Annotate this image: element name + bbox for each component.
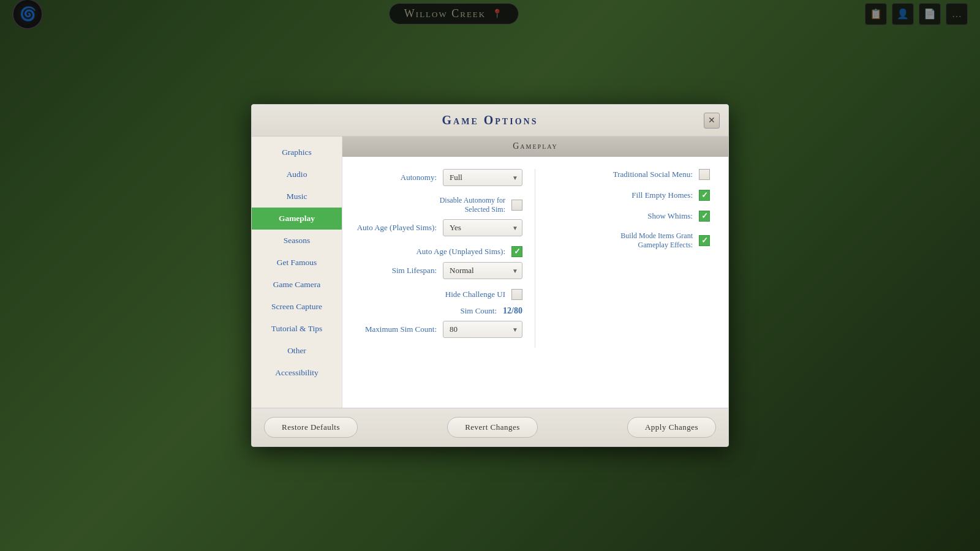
show-whims-label: Show Whims: (647, 211, 693, 221)
sim-lifespan-label: Sim Lifespan: (392, 266, 437, 276)
revert-changes-button[interactable]: Revert Changes (447, 417, 538, 438)
sidebar-item-game-camera[interactable]: Game Camera (252, 274, 342, 296)
sim-count-value: 12/80 (503, 306, 522, 316)
sidebar-item-screen-capture[interactable]: Screen Capture (252, 296, 342, 318)
hide-challenge-row: Hide Challenge UI (361, 289, 522, 300)
sidebar-item-audio[interactable]: Audio (252, 163, 342, 186)
sidebar-item-accessibility[interactable]: Accessibility (252, 362, 342, 384)
show-whims-row: Show Whims: (548, 211, 710, 222)
disable-autonomy-row: Disable Autonomy for Selected Sim: (361, 196, 522, 214)
dialog-title-bar: Game Options ✕ (252, 105, 728, 137)
autonomy-dropdown-arrow: ▼ (512, 174, 518, 181)
settings-right: Traditional Social Menu: Fill Empty Home… (535, 169, 710, 348)
content-area: Autonomy: Full ▼ Disable Autonomy for Se… (342, 157, 728, 408)
sim-lifespan-dropdown[interactable]: Normal ▼ (443, 262, 522, 279)
max-sim-count-label: Maximum Sim Count: (365, 324, 437, 334)
autonomy-value: Full (450, 173, 462, 182)
section-header: Gameplay (342, 137, 728, 157)
close-button[interactable]: ✕ (704, 113, 720, 129)
traditional-social-checkbox[interactable] (699, 169, 710, 180)
sim-count-row: Sim Count: 12/80 (361, 306, 522, 316)
hide-challenge-checkbox[interactable] (511, 289, 522, 300)
autonomy-dropdown[interactable]: Full ▼ (443, 169, 522, 186)
dialog-body: Graphics Audio Music Gameplay Seasons Ge… (252, 137, 728, 408)
auto-age-played-arrow: ▼ (512, 225, 518, 231)
game-options-dialog: Game Options ✕ Graphics Audio Music Game… (251, 104, 729, 447)
autonomy-label: Autonomy: (401, 173, 437, 182)
max-sim-count-row: Maximum Sim Count: 80 ▼ (361, 321, 522, 338)
show-whims-checkbox[interactable] (699, 211, 710, 222)
sidebar: Graphics Audio Music Gameplay Seasons Ge… (252, 137, 342, 408)
max-sim-count-dropdown[interactable]: 80 ▼ (443, 321, 522, 338)
auto-age-played-value: Yes (450, 223, 461, 233)
apply-changes-button[interactable]: Apply Changes (627, 417, 716, 438)
sim-lifespan-value: Normal (450, 266, 474, 276)
restore-defaults-button[interactable]: Restore Defaults (264, 417, 358, 438)
fill-empty-homes-row: Fill Empty Homes: (548, 190, 710, 201)
sidebar-item-graphics[interactable]: Graphics (252, 141, 342, 163)
settings-grid: Autonomy: Full ▼ Disable Autonomy for Se… (361, 169, 710, 348)
sidebar-item-gameplay[interactable]: Gameplay (252, 208, 342, 230)
sim-lifespan-row: Sim Lifespan: Normal ▼ (361, 262, 522, 279)
auto-age-unplayed-label: Auto Age (Unplayed Sims): (416, 247, 505, 257)
disable-autonomy-label: Disable Autonomy for Selected Sim: (420, 196, 505, 214)
auto-age-played-row: Auto Age (Played Sims): Yes ▼ (361, 219, 522, 236)
auto-age-played-dropdown[interactable]: Yes ▼ (443, 219, 522, 236)
traditional-social-label: Traditional Social Menu: (613, 170, 693, 179)
dialog-footer: Restore Defaults Revert Changes Apply Ch… (252, 408, 728, 446)
build-mode-label: Build Mode Items Grant Gameplay Effects: (595, 231, 693, 250)
auto-age-unplayed-checkbox[interactable] (511, 246, 522, 257)
main-content: Gameplay Autonomy: Full ▼ (342, 137, 728, 408)
max-sim-count-arrow: ▼ (512, 326, 518, 333)
disable-autonomy-checkbox[interactable] (511, 200, 522, 211)
dialog-overlay: Game Options ✕ Graphics Audio Music Game… (0, 0, 980, 551)
sidebar-item-other[interactable]: Other (252, 340, 342, 362)
dialog-title: Game Options (442, 113, 538, 127)
sim-count-label: Sim Count: (461, 306, 497, 316)
sidebar-item-tutorial-tips[interactable]: Tutorial & Tips (252, 318, 342, 340)
autonomy-row: Autonomy: Full ▼ (361, 169, 522, 186)
fill-empty-homes-label: Fill Empty Homes: (631, 190, 693, 200)
sidebar-item-music[interactable]: Music (252, 186, 342, 208)
max-sim-count-value: 80 (450, 324, 458, 334)
sidebar-item-seasons[interactable]: Seasons (252, 230, 342, 252)
fill-empty-homes-checkbox[interactable] (699, 190, 710, 201)
sim-lifespan-arrow: ▼ (512, 268, 518, 274)
build-mode-row: Build Mode Items Grant Gameplay Effects: (548, 231, 710, 250)
auto-age-unplayed-row: Auto Age (Unplayed Sims): (361, 246, 522, 257)
settings-left: Autonomy: Full ▼ Disable Autonomy for Se… (361, 169, 535, 348)
build-mode-checkbox[interactable] (699, 235, 710, 246)
traditional-social-row: Traditional Social Menu: (548, 169, 710, 180)
sidebar-item-get-famous[interactable]: Get Famous (252, 252, 342, 274)
auto-age-played-label: Auto Age (Played Sims): (357, 223, 437, 233)
hide-challenge-label: Hide Challenge UI (445, 290, 505, 299)
